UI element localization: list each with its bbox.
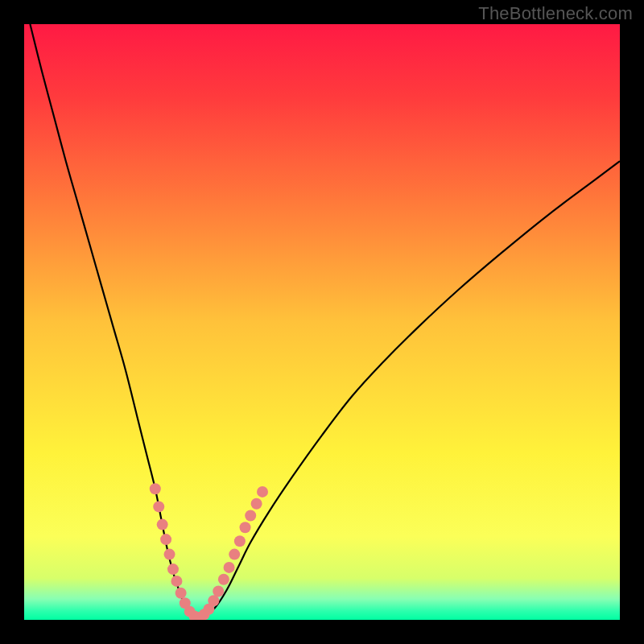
curve-marker: [257, 486, 268, 497]
curve-marker: [213, 585, 224, 597]
curve-marker: [240, 522, 251, 533]
curve-marker: [171, 576, 182, 587]
curve-marker: [153, 501, 164, 512]
curve-layer: [24, 24, 620, 620]
plot-area: [24, 24, 620, 620]
curve-marker: [175, 588, 187, 599]
curve-marker: [229, 549, 240, 560]
curve-marker: [251, 498, 262, 510]
watermark-text: TheBottleneck.com: [478, 3, 633, 24]
curve-marker: [167, 564, 179, 575]
bottleneck-curve: [30, 24, 620, 618]
curve-marker: [164, 549, 175, 560]
curve-markers-group: [150, 483, 268, 620]
curve-marker: [208, 595, 219, 606]
curve-marker: [157, 519, 168, 530]
curve-marker: [150, 483, 161, 494]
curve-marker: [245, 510, 256, 522]
curve-marker: [160, 534, 171, 545]
curve-marker: [224, 562, 235, 573]
curve-marker: [234, 535, 246, 547]
curve-marker: [218, 574, 229, 585]
chart-container: TheBottleneck.com: [0, 0, 644, 644]
